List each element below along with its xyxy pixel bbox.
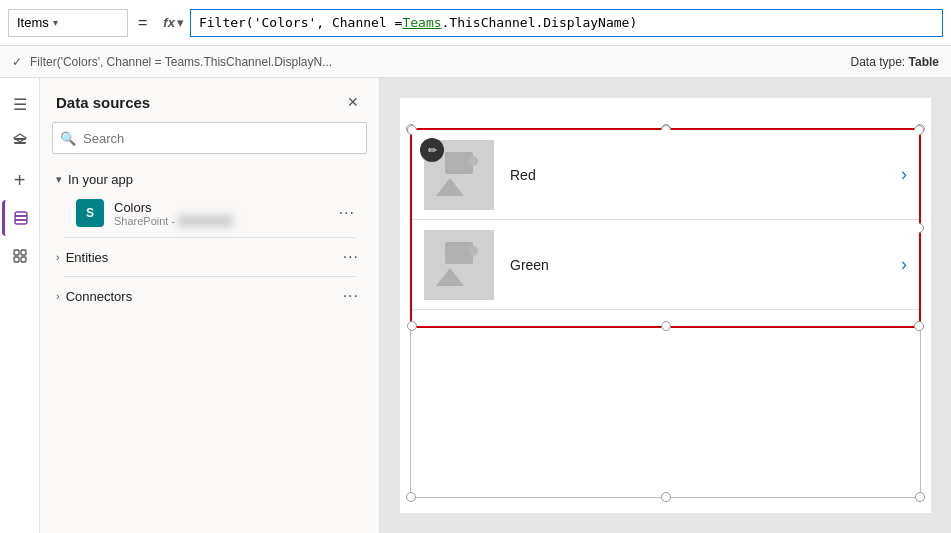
name-box-chevron[interactable]: ▾ [53,17,58,28]
sub-bar-datatype: Data type: Table [851,55,940,69]
in-your-app-label: In your app [68,172,363,187]
in-your-app-chevron: ▾ [56,173,62,186]
svg-rect-5 [15,220,27,224]
panel-header: Data sources ✕ [40,78,379,122]
add-icon-btn[interactable]: + [2,162,38,198]
sub-bar: ✓ Filter('Colors', Channel = Teams.ThisC… [0,46,951,78]
gallery-img-2 [424,230,494,300]
gallery-item-1-label: Red [510,167,901,183]
name-box-value: Items [17,15,49,30]
fx-button[interactable]: fx ▾ [157,13,190,32]
panel-title: Data sources [56,94,150,111]
edit-icon-overlay[interactable]: ✏ [420,138,444,162]
sub-bar-datatype-value: Table [909,55,939,69]
data-sources-panel: Data sources ✕ 🔍 ▾ In your app S Colors … [40,78,380,533]
formula-teams-highlight: Teams [402,15,441,30]
formula-input[interactable]: Filter('Colors', Channel = Teams.ThisCha… [190,9,943,37]
colors-datasource-icon: S [76,199,104,227]
in-your-app-header[interactable]: ▾ In your app [52,166,367,193]
gallery-selection-box: ✏ Red › Green [410,128,921,328]
handle-bc[interactable] [661,321,671,331]
datasource-info: Colors SharePoint - [114,200,335,227]
gallery-content: ✏ Red › Green [412,130,919,310]
entities-chevron: › [56,251,60,263]
handle-outer-br[interactable] [915,492,925,502]
datasource-sub: SharePoint - [114,215,335,227]
formula-bar: Items ▾ = fx ▾ Filter('Colors', Channel … [0,0,951,46]
entities-label: Entities [66,250,339,265]
svg-rect-7 [21,250,26,255]
svg-rect-6 [14,250,19,255]
fx-caret: ▾ [177,15,184,30]
divider-1 [64,237,355,238]
datasource-more-button[interactable]: ··· [335,204,359,222]
sub-bar-chevron: ✓ [12,55,22,69]
gallery-item-2[interactable]: Green › [412,220,919,310]
tree-section: ▾ In your app S Colors SharePoint - ··· [40,166,379,311]
gallery-item-2-chevron[interactable]: › [901,254,907,275]
name-box[interactable]: Items ▾ [8,9,128,37]
divider-2 [64,276,355,277]
svg-rect-8 [14,257,19,262]
canvas-inner: ✏ Red › Green [400,98,931,513]
connectors-header[interactable]: › Connectors ··· [52,281,367,311]
gallery-item-2-label: Green [510,257,901,273]
handle-br[interactable] [914,321,924,331]
name-box-area: Items ▾ = fx ▾ [8,9,190,37]
gallery-item-1[interactable]: Red › [412,130,919,220]
main-area: ☰ + Data sour [0,78,951,533]
search-input[interactable] [52,122,367,154]
colors-datasource-item[interactable]: S Colors SharePoint - ··· [68,193,367,233]
connectors-more-button[interactable]: ··· [339,287,363,305]
datasource-url-blurred [178,215,233,227]
formula-part-2: .ThisChannel.DisplayName) [442,15,638,30]
gallery-item-1-chevron[interactable]: › [901,164,907,185]
handle-outer-bc[interactable] [661,492,671,502]
layers-icon-btn[interactable] [2,124,38,160]
handle-outer-bl[interactable] [406,492,416,502]
equals-sign: = [134,14,151,32]
sidebar-icons: ☰ + [0,78,40,533]
svg-rect-9 [21,257,26,262]
entities-header[interactable]: › Entities ··· [52,242,367,272]
handle-bl[interactable] [407,321,417,331]
formula-part-1: Filter('Colors', Channel = [199,15,403,30]
panel-close-button[interactable]: ✕ [343,92,363,112]
search-box: 🔍 [52,122,367,154]
database-icon-btn[interactable] [2,200,38,236]
fx-label: fx [163,15,175,30]
datasource-name: Colors [114,200,335,215]
connectors-label: Connectors [66,289,339,304]
entities-more-button[interactable]: ··· [339,248,363,266]
grid-icon-btn[interactable] [2,238,38,274]
canvas-area[interactable]: ✏ Red › Green [380,78,951,533]
connectors-chevron: › [56,290,60,302]
search-icon: 🔍 [60,131,76,146]
sub-bar-formula: Filter('Colors', Channel = Teams.ThisCha… [30,55,843,69]
hamburger-icon-btn[interactable]: ☰ [2,86,38,122]
